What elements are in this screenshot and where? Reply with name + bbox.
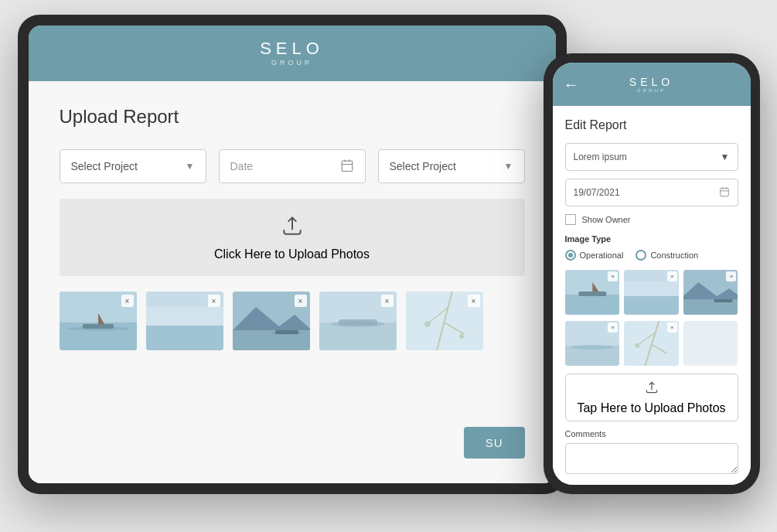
- svg-rect-20: [339, 319, 377, 326]
- svg-rect-11: [146, 307, 223, 326]
- phone-chevron-icon: ▼: [721, 152, 730, 162]
- phone-date-field[interactable]: 19/07/2021: [565, 179, 738, 206]
- image-type-label: Image Type: [565, 234, 738, 244]
- phone-img-empty: [683, 321, 738, 366]
- phone-img-1: ×: [565, 270, 620, 315]
- back-button[interactable]: ←: [564, 76, 579, 94]
- phone-remove-img-2[interactable]: ×: [667, 271, 677, 281]
- svg-rect-27: [720, 188, 728, 196]
- phone-remove-img-1[interactable]: ×: [608, 271, 618, 281]
- remove-image-1[interactable]: ×: [121, 295, 134, 307]
- remove-image-5[interactable]: ×: [468, 295, 480, 307]
- radio-operational[interactable]: Operational: [565, 250, 624, 261]
- phone-remove-img-4[interactable]: ×: [608, 322, 618, 332]
- radio-label-operational: Operational: [580, 251, 624, 260]
- remove-image-3[interactable]: ×: [295, 295, 307, 307]
- tablet-device: SELO GROUP Upload Report Select Project …: [18, 15, 567, 494]
- svg-point-44: [571, 345, 614, 350]
- phone-img-3: ×: [683, 270, 738, 315]
- calendar-icon: [340, 159, 354, 175]
- remove-image-4[interactable]: ×: [381, 295, 394, 307]
- brand-logo: SELO: [260, 40, 324, 57]
- show-owner-row: Show Owner: [565, 214, 738, 225]
- phone-remove-img-3[interactable]: ×: [726, 271, 736, 281]
- phone-select-dropdown[interactable]: Lorem ipsum ▼: [565, 143, 738, 171]
- svg-rect-10: [146, 326, 223, 350]
- comments-input[interactable]: [565, 443, 738, 474]
- phone-img-5: ×: [624, 321, 679, 366]
- svg-rect-7: [83, 324, 114, 329]
- image-thumb-5: ×: [406, 292, 483, 350]
- image-thumb-3: ×: [233, 292, 310, 350]
- upload-icon: [280, 213, 305, 241]
- remove-image-2[interactable]: ×: [208, 295, 220, 307]
- phone-screen: ← SELO GROUP Edit Report Lorem ipsum ▼ 1…: [553, 63, 751, 485]
- phone-upload-text: Tap Here to Upload Photos: [577, 401, 725, 415]
- radio-row: Operational Construction: [565, 250, 738, 261]
- svg-point-49: [635, 343, 639, 348]
- radio-circle-operational: [565, 250, 576, 261]
- radio-circle-construction: [636, 250, 646, 261]
- date-field[interactable]: Date: [219, 149, 366, 183]
- upload-zone[interactable]: Click Here to Upload Photos: [60, 199, 525, 276]
- phone-page-title: Edit Report: [565, 118, 738, 132]
- phone-content: Edit Report Lorem ipsum ▼ 19/07/2021: [553, 106, 751, 485]
- phone-date-value: 19/07/2021: [574, 187, 620, 198]
- phone-upload-icon: [644, 380, 659, 398]
- phone-select-label: Lorem ipsum: [574, 152, 627, 162]
- submit-button[interactable]: SU: [464, 427, 525, 459]
- svg-rect-32: [565, 295, 620, 315]
- date-placeholder: Date: [230, 160, 254, 172]
- select-project-dropdown-2[interactable]: Select Project ▼: [378, 149, 525, 183]
- comments-label: Comments: [565, 429, 738, 438]
- svg-point-26: [459, 334, 464, 339]
- phone-brand-sub: GROUP: [629, 88, 673, 93]
- show-owner-label: Show Owner: [582, 215, 631, 224]
- svg-rect-33: [578, 292, 606, 296]
- chevron-down-icon-2: ▼: [504, 161, 513, 172]
- brand-sub: GROUP: [260, 59, 324, 66]
- image-thumb-2: ×: [146, 292, 223, 350]
- radio-construction[interactable]: Construction: [636, 250, 698, 261]
- tablet-screen: SELO GROUP Upload Report Select Project …: [29, 26, 556, 483]
- upload-zone-text: Click Here to Upload Photos: [214, 247, 370, 261]
- phone-brand-logo: SELO GROUP: [629, 76, 673, 93]
- svg-rect-41: [714, 299, 732, 302]
- show-owner-checkbox[interactable]: [565, 214, 576, 225]
- phone-header: ← SELO GROUP: [553, 63, 751, 106]
- tablet-header: SELO GROUP: [29, 26, 556, 81]
- svg-rect-0: [342, 161, 353, 172]
- phone-device: ← SELO GROUP Edit Report Lorem ipsum ▼ 1…: [544, 53, 760, 494]
- image-thumb-1: ×: [60, 292, 137, 350]
- tablet-content: Upload Report Select Project ▼ Date: [29, 81, 556, 483]
- svg-rect-16: [275, 330, 298, 334]
- phone-image-grid-1: × ×: [565, 270, 738, 315]
- form-row: Select Project ▼ Date Select Project: [60, 149, 525, 183]
- phone-remove-img-5[interactable]: ×: [667, 322, 677, 332]
- select-project-dropdown[interactable]: Select Project ▼: [60, 149, 206, 183]
- phone-img-4: ×: [565, 321, 620, 366]
- radio-label-construction: Construction: [650, 251, 698, 260]
- svg-rect-36: [624, 296, 679, 315]
- svg-rect-37: [624, 281, 679, 296]
- phone-brand-name: SELO: [629, 76, 673, 88]
- select-project-label: Select Project: [71, 160, 138, 172]
- image-thumb-4: ×: [319, 292, 397, 350]
- image-grid: × ×: [60, 292, 525, 350]
- select-project-label-2: Select Project: [390, 160, 456, 172]
- svg-point-25: [424, 321, 431, 327]
- phone-upload-zone[interactable]: Tap Here to Upload Photos: [565, 373, 738, 421]
- phone-calendar-icon: [719, 186, 730, 200]
- phone-img-2: ×: [624, 270, 679, 315]
- page-title: Upload Report: [60, 106, 525, 128]
- phone-image-grid-2: × ×: [565, 321, 738, 366]
- chevron-down-icon: ▼: [186, 161, 195, 172]
